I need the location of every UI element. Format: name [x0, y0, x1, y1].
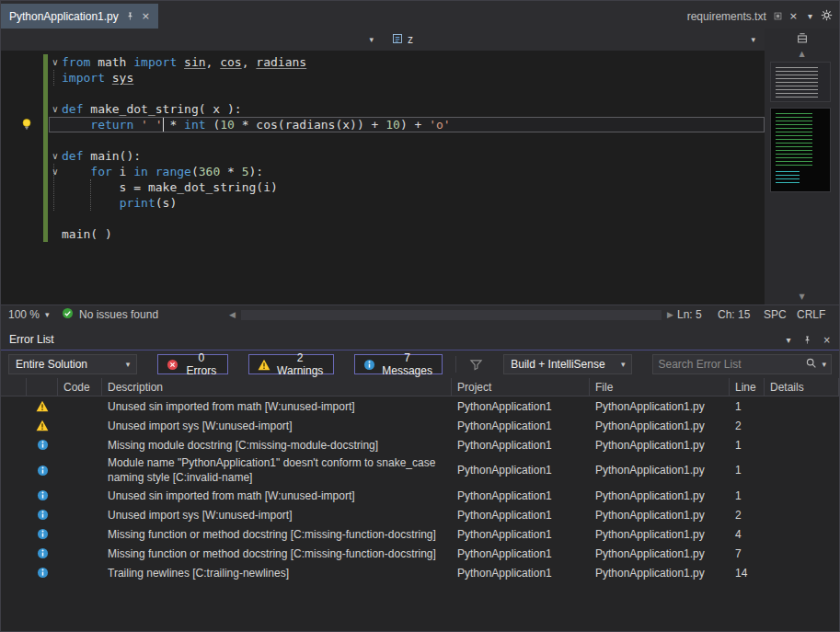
error-row[interactable]: Missing module docstring [C:missing-modu…: [1, 435, 839, 454]
scroll-up-icon[interactable]: ▲: [765, 49, 839, 60]
code-line[interactable]: [49, 132, 765, 148]
settings-gear-icon[interactable]: [821, 9, 833, 21]
info-icon: [27, 527, 58, 541]
split-editor-icon[interactable]: [765, 29, 839, 49]
error-list-search[interactable]: ▾: [652, 354, 832, 374]
filter-icon[interactable]: [469, 358, 483, 372]
column-header-line[interactable]: Line: [730, 378, 765, 396]
member-dropdown[interactable]: z ▾: [383, 29, 765, 51]
chevron-down-icon: ▾: [45, 310, 50, 319]
error-row[interactable]: Unused import sys [W:unused-import]Pytho…: [1, 416, 839, 435]
code-token: * cos(radians(x)) +: [235, 118, 385, 132]
column-header-description[interactable]: Description: [102, 378, 452, 396]
editor-region: ▾ z ▾: [1, 29, 839, 305]
code-token: def: [62, 102, 83, 116]
scroll-right-icon[interactable]: ▶: [663, 310, 677, 319]
column-header-file[interactable]: File: [590, 378, 730, 396]
health-indicator[interactable]: No issues found: [62, 307, 225, 322]
code-line[interactable]: s = make_dot_string(i): [49, 179, 765, 195]
health-text: No issues found: [79, 308, 158, 321]
project-dropdown[interactable]: ▾: [1, 29, 383, 51]
error-list-toolbar: Entire Solution ▾ 0 Errors 2 Warnings 7 …: [1, 350, 839, 378]
code-token: s = make_dot_string(i): [62, 180, 278, 194]
cell-code: [58, 534, 102, 535]
horizontal-scrollbar[interactable]: [241, 310, 662, 320]
warning-icon: [258, 359, 270, 371]
close-icon[interactable]: ×: [142, 11, 150, 21]
error-row[interactable]: Missing function or method docstring [C:…: [1, 544, 839, 563]
code-line[interactable]: print(s): [49, 195, 765, 211]
keep-open-icon[interactable]: [773, 11, 783, 21]
info-icon: [27, 546, 58, 560]
member-icon: [392, 33, 403, 47]
document-list-chevron-icon[interactable]: ▾: [808, 11, 812, 21]
fold-chevron-icon[interactable]: ∨: [50, 164, 61, 179]
pin-icon[interactable]: [125, 11, 135, 21]
row-gutter: [1, 514, 27, 516]
code-token: print: [120, 196, 155, 210]
error-row[interactable]: Unused sin imported from math [W:unused-…: [1, 486, 839, 505]
search-icon[interactable]: [805, 356, 817, 373]
code-token: (: [206, 118, 221, 132]
scroll-down-icon[interactable]: ▼: [765, 292, 839, 303]
zoom-select[interactable]: 100 % ▾: [1, 308, 62, 321]
fold-chevron-icon[interactable]: ∨: [50, 148, 61, 164]
scrollbar-rail[interactable]: ▲ ▼: [765, 29, 839, 305]
warnings-filter-button[interactable]: 2 Warnings: [248, 354, 334, 374]
error-row[interactable]: Unused sin imported from math [W:unused-…: [1, 396, 839, 416]
column-header-code[interactable]: Code: [58, 378, 102, 396]
scroll-left-icon[interactable]: ◀: [225, 310, 239, 319]
error-list-header: Code Description Project File Line Detai…: [1, 378, 839, 396]
tab-requirements-txt[interactable]: requirements.txt ×: [679, 4, 806, 29]
minimap-preview[interactable]: [770, 62, 831, 102]
cell-project: PythonApplication1: [452, 398, 590, 415]
warnings-filter-label: 2 Warnings: [276, 351, 325, 377]
cell-description: Missing function or method docstring [C:…: [102, 546, 452, 562]
tab-pythonapplication1-py[interactable]: PythonApplication1.py ×: [1, 4, 158, 29]
code-editor[interactable]: ∨from math import sin, cos, radiansimpor…: [1, 51, 765, 305]
code-line[interactable]: import sys: [49, 70, 765, 86]
info-icon: [27, 566, 58, 580]
pin-icon[interactable]: [802, 335, 812, 345]
close-icon[interactable]: ×: [823, 335, 831, 345]
code-line[interactable]: ∨ for i in range(360 * 5):: [49, 164, 765, 179]
search-input[interactable]: [658, 358, 800, 371]
code-token: return: [90, 118, 133, 132]
code-line[interactable]: main( ): [49, 226, 765, 242]
code-line[interactable]: [49, 211, 765, 226]
scope-filter-dropdown[interactable]: Entire Solution ▾: [8, 354, 137, 374]
code-token: ,: [206, 55, 221, 69]
error-list-panel: Error List ▾ × Entire Solution ▾ 0 Error…: [1, 329, 839, 631]
window-position-chevron-icon[interactable]: ▾: [787, 335, 791, 345]
cell-code: [58, 406, 102, 408]
column-header-gutter: [1, 378, 27, 396]
errors-filter-button[interactable]: 0 Errors: [157, 354, 227, 374]
cell-line: 1: [730, 462, 765, 478]
search-chevron-icon[interactable]: ▾: [822, 360, 826, 369]
error-row[interactable]: Trailing newlines [C:trailing-newlines]P…: [1, 563, 839, 582]
code-line[interactable]: ∨def make_dot_string( x ):: [49, 101, 765, 117]
messages-filter-button[interactable]: 7 Messages: [354, 354, 443, 374]
code-token: int: [184, 118, 205, 132]
cell-description: Trailing newlines [C:trailing-newlines]: [102, 565, 452, 581]
cell-project: PythonApplication1: [452, 565, 590, 581]
cell-details: [765, 425, 839, 427]
code-token: (s): [155, 196, 177, 210]
fold-chevron-icon[interactable]: ∨: [50, 54, 61, 70]
column-header-details[interactable]: Details: [765, 378, 839, 396]
cell-project: PythonApplication1: [452, 526, 590, 543]
error-row[interactable]: Unused import sys [W:unused-import]Pytho…: [1, 505, 839, 524]
column-header-project[interactable]: Project: [452, 378, 590, 396]
error-row[interactable]: Missing function or method docstring [C:…: [1, 524, 839, 544]
code-line[interactable]: ∨from math import sin, cos, radians: [49, 54, 765, 70]
error-row[interactable]: Module name "PythonApplication1" doesn't…: [1, 454, 839, 486]
code-line[interactable]: return ' ' * int (10 * cos(radians(x)) +…: [49, 117, 765, 132]
code-line[interactable]: [49, 86, 765, 101]
source-filter-dropdown[interactable]: Build + IntelliSense ▾: [503, 354, 632, 374]
minimap-preview[interactable]: [770, 108, 831, 192]
cell-line: 1: [730, 398, 765, 415]
close-icon[interactable]: ×: [789, 11, 798, 21]
fold-chevron-icon[interactable]: ∨: [50, 101, 61, 117]
chevron-down-icon: ▾: [751, 35, 755, 44]
code-line[interactable]: ∨def main():: [49, 148, 765, 164]
